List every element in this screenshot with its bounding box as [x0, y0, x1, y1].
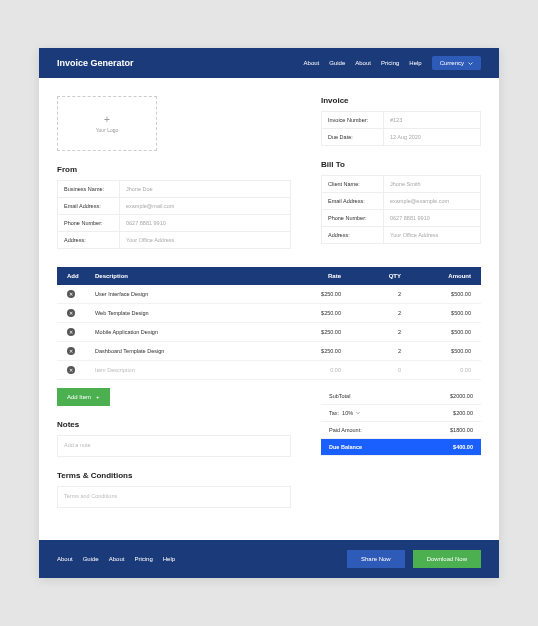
from-fields: Business Name:Jhone Doe Email Address:ex… [57, 180, 291, 249]
item-qty[interactable]: 0 [341, 367, 401, 373]
chevron-down-icon [468, 61, 473, 66]
from-phone[interactable]: Phone Number:0627 8881 9910 [57, 215, 291, 232]
tax-label: Tax: [329, 410, 339, 416]
item-rate[interactable]: $250.00 [271, 310, 341, 316]
terms-title: Terms & Conditions [57, 471, 291, 480]
invoice-fields: Invoice Number:#123 Due Date:12 Aug 2020 [321, 111, 481, 146]
table-row: ✕ Web Template Design $250.00 2 $500.00 [57, 304, 481, 323]
tax-row: Tax: 10% $200.00 [321, 405, 481, 422]
billto-email[interactable]: Email Address:example@example.com [321, 193, 481, 210]
header-amount: Amount [401, 273, 471, 279]
share-button[interactable]: Share Now [347, 550, 405, 568]
header-add: Add [67, 273, 95, 279]
left-column: + Your Logo From Business Name:Jhone Doe… [57, 96, 291, 249]
footer: About Guide About Pricing Help Share Now… [39, 540, 499, 578]
from-email[interactable]: Email Address:example@mail.com [57, 198, 291, 215]
tax-rate[interactable]: 10% [342, 410, 353, 416]
item-rate[interactable]: $250.00 [271, 329, 341, 335]
item-amount: $500.00 [401, 348, 471, 354]
currency-dropdown[interactable]: Currency [432, 56, 481, 70]
nav-about-2[interactable]: About [355, 60, 371, 66]
delete-row-button[interactable]: ✕ [67, 290, 75, 298]
summary: SubTotal $2000.00 Tax: 10% $200.00 Paid … [321, 388, 481, 522]
item-amount: 0.00 [401, 367, 471, 373]
plus-icon: + [104, 115, 110, 125]
table-row: ✕ Mobile Application Design $250.00 2 $5… [57, 323, 481, 342]
billto-fields: Client Name:Jhone Smith Email Address:ex… [321, 175, 481, 244]
from-address[interactable]: Address:Your Office Address [57, 232, 291, 249]
item-desc[interactable]: Web Template Design [95, 310, 271, 316]
subtotal-value: $2000.00 [450, 393, 473, 399]
item-desc[interactable]: Mobile Application Design [95, 329, 271, 335]
footer-about[interactable]: About [57, 556, 73, 562]
billto-client-name[interactable]: Client Name:Jhone Smith [321, 175, 481, 193]
paid-row: Paid Amount: $1800.00 [321, 422, 481, 439]
item-qty[interactable]: 2 [341, 291, 401, 297]
item-amount: $500.00 [401, 291, 471, 297]
footer-guide[interactable]: Guide [83, 556, 99, 562]
items-header: Add Description Rate QTY Amount [57, 267, 481, 285]
logo-upload[interactable]: + Your Logo [57, 96, 157, 151]
item-rate[interactable]: $250.00 [271, 348, 341, 354]
footer-pricing[interactable]: Pricing [134, 556, 152, 562]
header-qty: QTY [341, 273, 401, 279]
items-table: Add Description Rate QTY Amount ✕ User I… [57, 267, 481, 380]
currency-label: Currency [440, 60, 464, 66]
item-qty[interactable]: 2 [341, 329, 401, 335]
item-qty[interactable]: 2 [341, 348, 401, 354]
notes-title: Notes [57, 420, 291, 429]
billto-title: Bill To [321, 160, 481, 169]
nav-about[interactable]: About [304, 60, 320, 66]
from-business-name[interactable]: Business Name:Jhone Doe [57, 180, 291, 198]
invoice-number[interactable]: Invoice Number:#123 [321, 111, 481, 129]
due-label: Due Balance [329, 444, 362, 450]
subtotal-row: SubTotal $2000.00 [321, 388, 481, 405]
item-amount: $500.00 [401, 310, 471, 316]
billto-phone[interactable]: Phone Number:0627 8881 9910 [321, 210, 481, 227]
bottom-left: Add Item + Notes Add a note Terms & Cond… [57, 388, 291, 522]
content: + Your Logo From Business Name:Jhone Doe… [39, 78, 499, 540]
plus-icon: + [96, 394, 100, 400]
nav-guide[interactable]: Guide [329, 60, 345, 66]
item-desc[interactable]: User Interface Design [95, 291, 271, 297]
tax-value: $200.00 [453, 410, 473, 416]
item-desc[interactable]: Dashboard Template Design [95, 348, 271, 354]
from-title: From [57, 165, 291, 174]
item-desc[interactable]: Item Description [95, 367, 271, 373]
due-row: Due Balance $400.00 [321, 439, 481, 456]
footer-about-2[interactable]: About [109, 556, 125, 562]
terms-input[interactable]: Terms and Conditions [57, 486, 291, 508]
footer-nav: About Guide About Pricing Help [57, 556, 175, 562]
delete-row-button[interactable]: ✕ [67, 366, 75, 374]
download-button[interactable]: Download Now [413, 550, 481, 568]
paid-value[interactable]: $1800.00 [450, 427, 473, 433]
logo-label: Your Logo [96, 127, 119, 133]
footer-actions: Share Now Download Now [347, 550, 481, 568]
table-row: ✕ User Interface Design $250.00 2 $500.0… [57, 285, 481, 304]
item-qty[interactable]: 2 [341, 310, 401, 316]
billto-address[interactable]: Address:Your Office Address [321, 227, 481, 244]
delete-row-button[interactable]: ✕ [67, 328, 75, 336]
footer-help[interactable]: Help [163, 556, 175, 562]
delete-row-button[interactable]: ✕ [67, 347, 75, 355]
bottom-area: Add Item + Notes Add a note Terms & Cond… [57, 388, 481, 522]
nav-help[interactable]: Help [409, 60, 421, 66]
add-item-label: Add Item [67, 394, 91, 400]
chevron-down-icon[interactable] [356, 411, 360, 415]
invoice-title: Invoice [321, 96, 481, 105]
tax-label-wrap: Tax: 10% [329, 410, 360, 416]
subtotal-label: SubTotal [329, 393, 350, 399]
header-rate: Rate [271, 273, 341, 279]
invoice-due-date[interactable]: Due Date:12 Aug 2020 [321, 129, 481, 146]
table-row-placeholder: ✕ Item Description 0.00 0 0.00 [57, 361, 481, 380]
item-rate[interactable]: 0.00 [271, 367, 341, 373]
nav-pricing[interactable]: Pricing [381, 60, 399, 66]
notes-input[interactable]: Add a note [57, 435, 291, 457]
delete-row-button[interactable]: ✕ [67, 309, 75, 317]
brand-title: Invoice Generator [57, 58, 134, 68]
item-rate[interactable]: $250.00 [271, 291, 341, 297]
paid-label: Paid Amount: [329, 427, 362, 433]
top-nav: About Guide About Pricing Help Currency [304, 56, 481, 70]
add-item-button[interactable]: Add Item + [57, 388, 110, 406]
right-column: Invoice Invoice Number:#123 Due Date:12 … [321, 96, 481, 249]
